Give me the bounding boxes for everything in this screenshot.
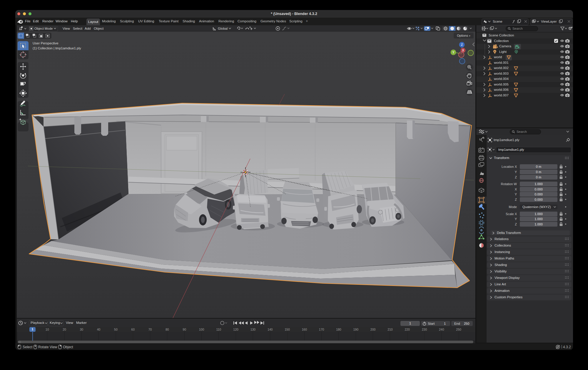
svg-text:X: X: [462, 49, 464, 52]
svg-text:Z: Z: [461, 43, 463, 46]
svg-text:Y: Y: [452, 51, 455, 54]
